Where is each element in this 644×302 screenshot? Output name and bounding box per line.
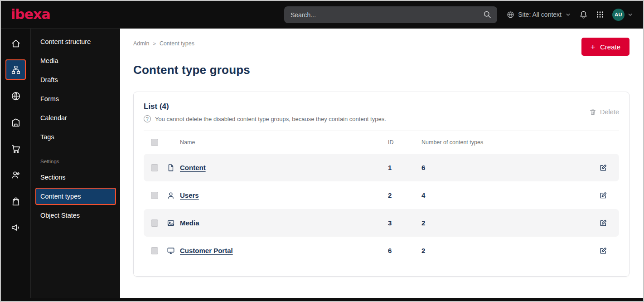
sidebar-item-content-structure[interactable]: Content structure [31, 32, 120, 51]
sidebar-item-media[interactable]: Media [31, 51, 120, 70]
building-icon [11, 117, 21, 127]
search-icon[interactable] [483, 10, 492, 19]
header-id: ID [388, 139, 421, 146]
help-icon: ? [144, 115, 151, 122]
globe-icon [507, 11, 514, 19]
user-icon [167, 191, 180, 200]
rail-item-site[interactable] [5, 86, 26, 106]
icon-rail [1, 29, 30, 298]
site-context-selector[interactable]: Site: All context [507, 11, 571, 19]
header-count: Number of content types [421, 139, 599, 146]
edit-button[interactable] [599, 164, 612, 172]
table-body: Content 1 6 Us [144, 154, 619, 264]
rail-item-content-structure[interactable] [5, 59, 26, 80]
row-checkbox[interactable] [151, 247, 158, 254]
row-id: 6 [388, 247, 421, 254]
rail-item-product-catalog[interactable] [5, 191, 26, 211]
bell-icon [579, 10, 588, 19]
sidebar-item-drafts[interactable]: Drafts [31, 70, 120, 89]
app-window: ibexa Site: All context [0, 0, 644, 302]
body: Content structure Media Drafts Forms Cal… [1, 29, 643, 298]
trash-icon [589, 108, 596, 116]
row-checkbox[interactable] [151, 164, 158, 171]
table-row-customer-portal: Customer Portal 6 2 [144, 237, 619, 264]
list-info-text: You cannot delete the disabled content t… [155, 116, 386, 122]
sidebar-item-content-types[interactable]: Content types [35, 188, 116, 205]
main-content: Admin > Content types + Create Content t… [120, 29, 643, 298]
topbar: ibexa Site: All context [1, 1, 643, 29]
edit-icon [599, 164, 607, 172]
list-card: List (4) ? You cannot delete the disable… [133, 92, 629, 277]
edit-button[interactable] [599, 219, 612, 227]
table-row-content: Content 1 6 [144, 154, 619, 181]
create-button-label: Create [600, 43, 620, 51]
sidebar-item-sections[interactable]: Sections [31, 168, 120, 187]
breadcrumb-content-types[interactable]: Content types [160, 40, 194, 47]
ibexa-logo[interactable]: ibexa [11, 8, 50, 21]
sidebar-settings-heading: Settings [31, 159, 120, 168]
row-checkbox[interactable] [151, 192, 158, 199]
breadcrumb-separator: > [153, 41, 155, 46]
group-link-customer-portal[interactable]: Customer Portal [180, 247, 233, 254]
monitor-icon [167, 247, 180, 255]
app-grid-icon [596, 10, 604, 19]
file-icon [167, 164, 180, 172]
sidebar-item-tags[interactable]: Tags [31, 127, 120, 146]
cart-icon [11, 144, 21, 154]
rail-item-building[interactable] [5, 112, 26, 132]
chevron-down-icon [565, 12, 571, 18]
megaphone-icon [11, 223, 21, 233]
rail-item-commerce[interactable] [5, 138, 26, 159]
search-input[interactable] [284, 6, 497, 23]
edit-icon [599, 191, 607, 200]
app-grid-button[interactable] [596, 10, 604, 19]
user-menu[interactable]: AU [612, 9, 633, 21]
table-row-media: Media 3 2 [144, 209, 619, 237]
sidebar-item-forms[interactable]: Forms [31, 89, 120, 108]
rail-item-marketing[interactable] [5, 217, 26, 238]
table-header: Name ID Number of content types [144, 131, 619, 154]
edit-button[interactable] [599, 191, 612, 200]
row-checkbox[interactable] [151, 219, 158, 227]
home-icon [11, 39, 21, 49]
row-count: 2 [421, 247, 599, 254]
row-id: 2 [388, 191, 421, 199]
topbar-actions: Site: All context AU [507, 9, 633, 21]
row-count: 2 [421, 219, 599, 227]
rail-item-customers[interactable] [5, 165, 26, 185]
rail-item-home[interactable] [5, 33, 26, 54]
delete-button-label: Delete [600, 108, 619, 116]
image-icon [167, 219, 180, 227]
sidebar: Content structure Media Drafts Forms Cal… [30, 29, 120, 298]
breadcrumb-admin[interactable]: Admin [133, 40, 149, 47]
breadcrumb: Admin > Content types [133, 40, 194, 47]
sidebar-item-object-states[interactable]: Object States [31, 206, 120, 225]
sidebar-item-calendar[interactable]: Calendar [31, 108, 120, 127]
plus-icon: + [591, 43, 596, 51]
site-globe-icon [11, 91, 21, 101]
row-count: 4 [421, 191, 599, 199]
row-id: 3 [388, 219, 421, 227]
product-bag-icon [11, 196, 21, 206]
select-all-checkbox[interactable] [151, 139, 158, 146]
row-count: 6 [421, 164, 599, 171]
site-context-label: Site: All context [518, 11, 562, 18]
chevron-down-icon [627, 12, 633, 18]
notifications-button[interactable] [579, 10, 588, 19]
avatar: AU [612, 9, 625, 21]
edit-button[interactable] [599, 247, 612, 255]
list-info: ? You cannot delete the disabled content… [144, 115, 386, 122]
table-row-users: Users 2 4 [144, 181, 619, 209]
delete-button[interactable]: Delete [589, 108, 619, 116]
content-structure-icon [11, 65, 21, 75]
row-id: 1 [388, 164, 421, 171]
group-link-media[interactable]: Media [180, 219, 199, 227]
create-button[interactable]: + Create [581, 38, 629, 56]
global-search [284, 6, 497, 23]
header-name: Name [180, 139, 388, 146]
group-link-users[interactable]: Users [180, 191, 199, 199]
group-link-content[interactable]: Content [180, 164, 206, 171]
edit-icon [599, 247, 607, 255]
edit-icon [599, 219, 607, 227]
bottom-strip [1, 298, 643, 301]
